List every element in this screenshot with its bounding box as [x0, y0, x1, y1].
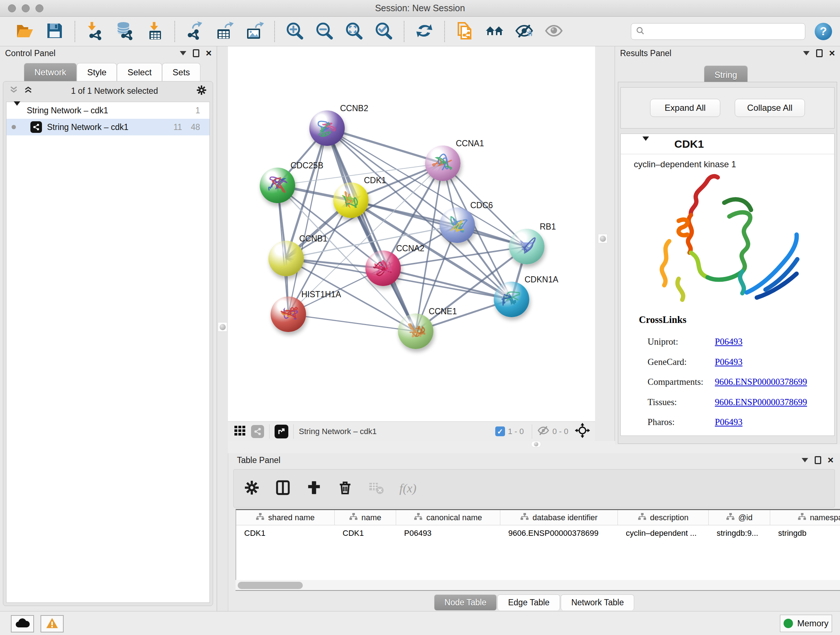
network-options-gear-icon[interactable]: [196, 85, 207, 97]
open-session-button[interactable]: [15, 21, 35, 42]
panel-menu-icon[interactable]: [180, 51, 186, 55]
hidden-eye-slash-icon[interactable]: [537, 425, 549, 438]
import-network-database-button[interactable]: [115, 21, 135, 42]
help-button[interactable]: ?: [815, 23, 832, 40]
import-network-file-button[interactable]: [85, 21, 105, 42]
column-header-description[interactable]: description: [618, 510, 709, 525]
import-table-button[interactable]: [144, 21, 164, 42]
panel-menu-icon[interactable]: [802, 458, 808, 462]
tab-network[interactable]: Network: [24, 63, 77, 81]
search-box[interactable]: [631, 23, 805, 40]
table-horizontal-scrollbar[interactable]: [235, 580, 840, 591]
add-column-icon[interactable]: [306, 480, 322, 497]
network-node-rb1[interactable]: [509, 229, 545, 264]
hide-glass-effects-button[interactable]: [514, 21, 534, 42]
cloud-status-button[interactable]: [11, 615, 34, 632]
tab-edge-table[interactable]: Edge Table: [497, 594, 560, 610]
crosslink-link[interactable]: P06493: [715, 417, 742, 427]
scrollbar-thumb[interactable]: [238, 582, 303, 589]
crosslink-link[interactable]: 9606.ENSP00000378699: [715, 377, 807, 387]
zoom-out-button[interactable]: [314, 21, 335, 42]
warnings-button[interactable]: [41, 615, 64, 632]
apply-layout-button[interactable]: [414, 21, 434, 42]
network-node-hist1h1a[interactable]: [271, 296, 306, 332]
tab-sets[interactable]: Sets: [162, 63, 201, 81]
tab-select[interactable]: Select: [117, 63, 162, 81]
zoom-in-button[interactable]: [285, 21, 305, 42]
zoom-fit-button[interactable]: [344, 21, 364, 42]
collapse-all-button[interactable]: Collapse All: [735, 99, 805, 117]
bottom-splitter-handle[interactable]: [531, 441, 541, 448]
crosslink-link[interactable]: P06493: [715, 337, 742, 347]
network-node-ccna2[interactable]: [365, 250, 401, 286]
table-cell[interactable]: P06493: [396, 525, 500, 541]
collapse-entry-icon[interactable]: [643, 141, 649, 147]
network-node-ccne1[interactable]: [398, 314, 433, 349]
network-row-selected[interactable]: String Network – cdk1 11 48: [6, 119, 210, 135]
right-splitter-handle[interactable]: [598, 234, 607, 243]
network-node-ccna1[interactable]: [425, 146, 461, 181]
network-collection-row[interactable]: String Network – cdk1 1: [6, 102, 210, 119]
table-cell[interactable]: stringdb: [770, 525, 840, 541]
network-node-ccnb1[interactable]: [268, 241, 304, 276]
column-header-namespace[interactable]: namespace: [770, 510, 840, 525]
export-network-button[interactable]: [185, 21, 205, 42]
selected-nodes-checkbox-icon[interactable]: ✓: [495, 426, 505, 436]
collapse-all-networks-icon[interactable]: [24, 86, 33, 96]
zoom-selected-button[interactable]: [374, 21, 394, 42]
table-cell[interactable]: CDK1: [335, 525, 396, 541]
detach-view-icon[interactable]: [275, 424, 288, 439]
close-panel-icon[interactable]: ×: [829, 50, 835, 57]
save-session-button[interactable]: [44, 21, 65, 42]
network-node-cdc6[interactable]: [439, 207, 475, 243]
left-splitter[interactable]: [217, 46, 228, 611]
crosslink-link[interactable]: P06493: [715, 357, 742, 367]
tab-network-table[interactable]: Network Table: [561, 594, 634, 610]
memory-button[interactable]: Memory: [780, 615, 832, 632]
network-view-mode-icon[interactable]: [251, 425, 264, 438]
copy-network-button[interactable]: [455, 21, 475, 42]
search-input[interactable]: [645, 27, 801, 36]
table-cell[interactable]: CDK1: [236, 525, 335, 541]
column-header-shared-name[interactable]: shared name: [236, 510, 335, 525]
network-node-cdk1[interactable]: [333, 182, 369, 218]
table-cell[interactable]: 9606.ENSP00000378699: [500, 525, 618, 541]
delete-column-icon[interactable]: [337, 480, 353, 497]
export-image-button[interactable]: [244, 21, 264, 42]
table-panel: Table Panel × f(x) shared namenamecanoni…: [228, 453, 840, 611]
show-graphics-details-button[interactable]: [544, 21, 564, 42]
close-panel-icon[interactable]: ×: [206, 50, 212, 57]
crosslink-link[interactable]: 9606.ENSP00000378699: [715, 397, 807, 407]
tab-string[interactable]: String: [704, 65, 748, 84]
network-canvas[interactable]: CCNB2CCNA1CDC25BCDK1CDC6RB1CCNB1CCNA2CDK…: [228, 46, 595, 421]
string-home-button[interactable]: [485, 21, 505, 42]
tab-style[interactable]: Style: [77, 63, 117, 81]
close-panel-icon[interactable]: ×: [828, 456, 834, 464]
right-splitter[interactable]: [595, 46, 615, 445]
collapse-arrow-icon[interactable]: [14, 106, 20, 116]
table-row[interactable]: CDK1CDK1P064939606.ENSP00000378699cyclin…: [236, 525, 840, 541]
column-header-database-identifier[interactable]: database identifier: [500, 510, 618, 525]
network-node-cdc25b[interactable]: [260, 168, 295, 203]
export-table-button[interactable]: [215, 21, 235, 42]
column-header-canonical-name[interactable]: canonical name: [396, 510, 500, 525]
expand-all-button[interactable]: Expand All: [650, 99, 720, 117]
show-columns-icon[interactable]: [275, 480, 291, 497]
grid-view-icon[interactable]: [234, 424, 246, 439]
tab-node-table[interactable]: Node Table: [434, 594, 497, 610]
float-panel-icon[interactable]: [815, 456, 821, 464]
column-header-name[interactable]: name: [335, 510, 396, 525]
table-cell[interactable]: stringdb:9...: [709, 525, 770, 541]
birds-eye-toggle-icon[interactable]: [575, 423, 590, 440]
float-panel-icon[interactable]: [816, 49, 823, 57]
network-node-ccnb2[interactable]: [309, 111, 345, 146]
table-cell[interactable]: cyclin–dependent ...: [618, 525, 709, 541]
expand-all-networks-icon[interactable]: [9, 86, 19, 96]
float-panel-icon[interactable]: [193, 49, 199, 57]
table-options-gear-icon[interactable]: [244, 480, 260, 497]
node-table[interactable]: shared namenamecanonical namedatabase id…: [235, 509, 840, 580]
column-header-id[interactable]: @id: [709, 510, 770, 525]
network-node-cdkn1a[interactable]: [494, 282, 529, 317]
panel-menu-icon[interactable]: [803, 51, 810, 55]
left-splitter-handle[interactable]: [218, 322, 227, 332]
